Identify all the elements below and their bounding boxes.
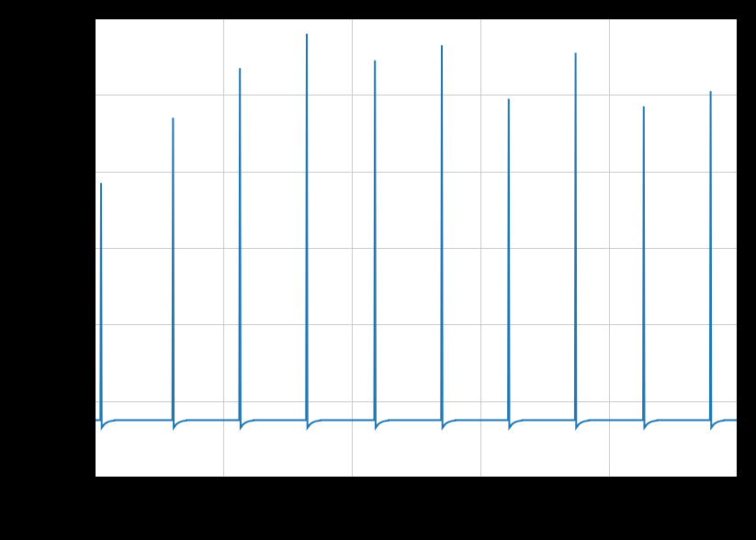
xtick-label: 0 bbox=[91, 484, 99, 499]
ytick-mark bbox=[90, 248, 95, 249]
xtick-mark bbox=[738, 478, 739, 482]
ytick-mark bbox=[90, 324, 95, 325]
ytick-label: 40 bbox=[71, 11, 87, 26]
xtick-label: 400 bbox=[597, 484, 622, 499]
ytick-label: -60 bbox=[66, 394, 87, 409]
xtick-label: 200 bbox=[340, 484, 365, 499]
axes bbox=[95, 18, 738, 478]
plot-svg bbox=[95, 18, 738, 478]
xtick-label: 100 bbox=[211, 484, 236, 499]
ytick-mark bbox=[90, 95, 95, 96]
ytick-label: -20 bbox=[66, 241, 87, 255]
xtick-mark bbox=[352, 478, 353, 482]
xtick-mark bbox=[609, 478, 610, 482]
y-axis-label: membrane voltage (mV) bbox=[22, 163, 39, 332]
ytick-mark bbox=[90, 478, 95, 478]
figure: time (ms) membrane voltage (mV) 01002003… bbox=[0, 0, 756, 540]
ytick-mark bbox=[90, 172, 95, 173]
ytick-label: 20 bbox=[71, 87, 87, 102]
ytick-label: 0 bbox=[79, 164, 87, 179]
xtick-mark bbox=[223, 478, 224, 482]
xtick-mark bbox=[480, 478, 481, 482]
x-axis-label: time (ms) bbox=[383, 503, 450, 520]
ytick-label: -40 bbox=[66, 317, 87, 332]
ytick-label: -80 bbox=[66, 470, 87, 485]
voltage-trace bbox=[95, 34, 738, 428]
xtick-label: 300 bbox=[468, 484, 493, 499]
xtick-mark bbox=[95, 478, 96, 482]
ytick-mark bbox=[90, 401, 95, 402]
xtick-label: 500 bbox=[726, 484, 750, 499]
ytick-mark bbox=[90, 18, 95, 19]
